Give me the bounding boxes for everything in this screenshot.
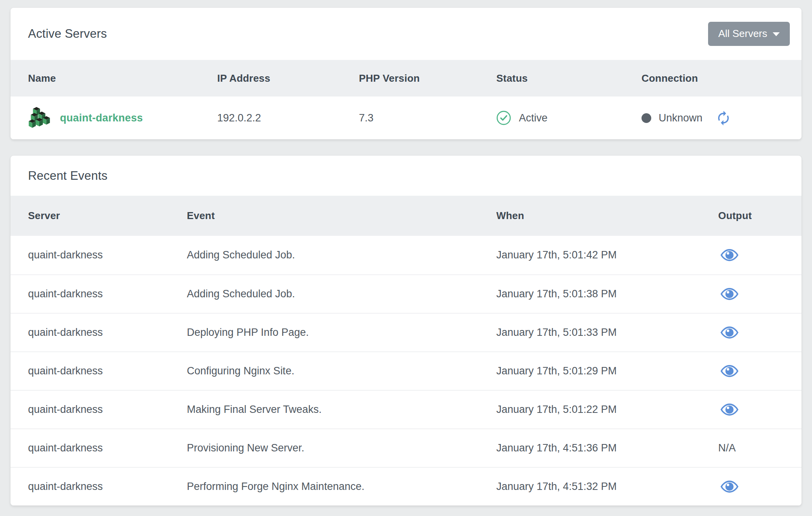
all-servers-dropdown-label: All Servers [718, 28, 767, 40]
event-description: Making Final Server Tweaks. [187, 404, 496, 416]
column-header-php: PHP Version [359, 72, 496, 84]
event-description: Provisioning New Server. [187, 442, 496, 454]
dashboard-page: Active Servers All Servers Name IP Addre… [0, 0, 812, 505]
column-header-event: Event [187, 210, 496, 222]
active-servers-title: Active Servers [28, 27, 107, 41]
event-server: quaint-darkness [28, 404, 187, 416]
column-header-status: Status [496, 72, 642, 84]
event-row: quaint-darkness Adding Scheduled Job. Ja… [11, 236, 801, 274]
column-header-server: Server [28, 210, 187, 222]
eye-icon [721, 373, 738, 379]
event-description: Configuring Nginx Site. [187, 365, 496, 377]
event-timestamp: January 17th, 5:01:29 PM [496, 365, 718, 377]
view-output-button[interactable] [721, 403, 738, 416]
server-status-text: Active [519, 112, 548, 124]
events-table-header: Server Event When Output [11, 196, 801, 236]
event-row: quaint-darkness Deploying PHP Info Page.… [11, 313, 801, 351]
check-circle-icon [496, 111, 511, 125]
event-output [718, 326, 784, 339]
event-server: quaint-darkness [28, 442, 187, 454]
event-row: quaint-darkness Making Final Server Twea… [11, 390, 801, 428]
eye-icon [721, 296, 738, 302]
server-row: quaint-darkness 192.0.2.2 7.3 Active Unk… [11, 97, 801, 139]
event-timestamp: January 17th, 5:01:33 PM [496, 326, 718, 339]
event-timestamp: January 17th, 5:01:22 PM [496, 404, 718, 416]
server-connection-text: Unknown [659, 112, 703, 124]
view-output-button[interactable] [721, 249, 738, 262]
recent-events-title: Recent Events [28, 169, 107, 183]
view-output-button[interactable] [721, 480, 738, 493]
server-php-version: 7.3 [359, 112, 496, 124]
refresh-icon [715, 121, 731, 127]
event-server: quaint-darkness [28, 288, 187, 300]
servers-table-header: Name IP Address PHP Version Status Conne… [11, 60, 801, 97]
view-output-button[interactable] [721, 288, 738, 300]
event-description: Adding Scheduled Job. [187, 288, 496, 300]
view-output-button[interactable] [721, 365, 738, 377]
status-dot [642, 113, 651, 123]
recent-events-card: Recent Events Server Event When Output q… [11, 156, 801, 505]
events-table-body: quaint-darkness Adding Scheduled Job. Ja… [11, 236, 801, 505]
column-header-name: Name [28, 72, 217, 84]
eye-icon [721, 257, 738, 263]
column-header-ip: IP Address [217, 72, 359, 84]
event-server: quaint-darkness [28, 249, 187, 261]
refresh-connection-button[interactable] [715, 110, 731, 126]
view-output-button[interactable] [721, 326, 738, 339]
event-server: quaint-darkness [28, 326, 187, 339]
event-description: Deploying PHP Info Page. [187, 326, 496, 339]
active-servers-card: Active Servers All Servers Name IP Addre… [11, 8, 801, 139]
event-output [718, 480, 784, 493]
event-timestamp: January 17th, 4:51:32 PM [496, 481, 718, 493]
event-output-na: N/A [718, 442, 784, 454]
linode-cubes-icon [28, 105, 51, 131]
all-servers-dropdown-button[interactable]: All Servers [708, 22, 790, 46]
caret-down-icon [773, 32, 780, 36]
eye-icon [721, 334, 738, 340]
event-timestamp: January 17th, 5:01:38 PM [496, 288, 718, 300]
event-timestamp: January 17th, 4:51:36 PM [496, 442, 718, 454]
event-row: quaint-darkness Configuring Nginx Site. … [11, 351, 801, 390]
server-ip: 192.0.2.2 [217, 112, 359, 124]
eye-icon [721, 488, 738, 494]
event-output [718, 249, 784, 262]
event-row: quaint-darkness Adding Scheduled Job. Ja… [11, 274, 801, 313]
column-header-output: Output [718, 210, 784, 222]
event-row: quaint-darkness Performing Forge Nginx M… [11, 467, 801, 505]
event-output [718, 403, 784, 416]
event-description: Performing Forge Nginx Maintenance. [187, 481, 496, 493]
event-output [718, 365, 784, 377]
server-name-link[interactable]: quaint-darkness [60, 112, 143, 124]
event-server: quaint-darkness [28, 365, 187, 377]
event-row: quaint-darkness Provisioning New Server.… [11, 428, 801, 467]
column-header-when: When [496, 210, 718, 222]
event-output [718, 288, 784, 300]
event-server: quaint-darkness [28, 481, 187, 493]
event-description: Adding Scheduled Job. [187, 249, 496, 261]
column-header-connection: Connection [642, 72, 784, 84]
event-timestamp: January 17th, 5:01:42 PM [496, 249, 718, 261]
eye-icon [721, 411, 738, 417]
